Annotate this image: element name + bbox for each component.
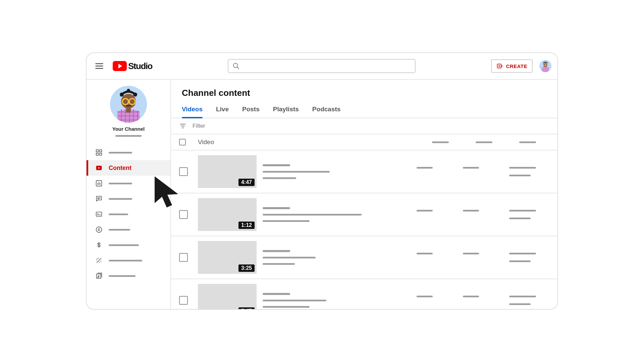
content-tabs: Videos Live Posts Playlists Podcasts: [171, 102, 557, 118]
nav-label-placeholder: [109, 214, 128, 215]
video-desc-placeholder: [263, 300, 326, 301]
tab-videos[interactable]: Videos: [182, 102, 203, 118]
row-checkbox[interactable]: [179, 253, 188, 262]
sidebar-item-earn[interactable]: [87, 237, 170, 253]
video-thumbnail[interactable]: 5:47: [198, 284, 257, 309]
meta-placeholder: [463, 167, 479, 169]
channel-block: Your Channel: [87, 86, 170, 137]
meta-placeholder: [463, 210, 479, 212]
meta-placeholder: [509, 175, 531, 176]
tab-posts[interactable]: Posts: [242, 102, 260, 118]
search-wrap: [159, 59, 485, 73]
audio-library-icon: [95, 272, 103, 280]
svg-rect-20: [100, 153, 102, 155]
video-meta: [263, 293, 411, 308]
row-checkbox[interactable]: [179, 167, 188, 176]
logo-text: Studio: [128, 61, 152, 71]
search-bar[interactable]: [228, 59, 416, 73]
video-desc-placeholder: [263, 171, 330, 173]
avatar-icon: [539, 60, 551, 72]
sidebar-item-subtitles[interactable]: [87, 206, 170, 222]
video-duration: 1:12: [238, 222, 255, 229]
video-row[interactable]: 1:12: [171, 193, 557, 236]
video-duration: 4:47: [238, 179, 255, 186]
select-all-checkbox[interactable]: [179, 139, 186, 145]
video-row[interactable]: 5:47: [171, 279, 557, 309]
meta-placeholder: [509, 167, 536, 169]
column-placeholder: [432, 141, 449, 143]
svg-rect-18: [100, 150, 102, 152]
nav-label-placeholder: [109, 244, 139, 246]
subtitles-icon: [95, 210, 103, 218]
dashboard-icon: [95, 149, 103, 156]
video-meta: [263, 164, 411, 179]
nav-label-placeholder: [109, 260, 142, 261]
video-meta: [263, 250, 411, 265]
video-desc-placeholder: [263, 257, 316, 258]
row-checkbox[interactable]: [179, 296, 188, 305]
column-placeholders: [432, 141, 549, 143]
row-meta-cols: [417, 210, 549, 219]
row-checkbox[interactable]: [179, 210, 188, 219]
video-duration: 3:25: [238, 264, 255, 272]
main-content: Channel content Videos Live Posts Playli…: [171, 80, 557, 309]
meta-placeholder: [509, 210, 536, 212]
column-video[interactable]: Video: [198, 138, 432, 146]
create-icon: [496, 63, 503, 69]
create-button[interactable]: CREATE: [491, 59, 533, 73]
create-label: CREATE: [506, 63, 527, 69]
studio-logo[interactable]: Studio: [113, 61, 152, 71]
sidebar-item-comments[interactable]: [87, 191, 170, 206]
sidebar-item-customization[interactable]: [87, 253, 170, 268]
filter-icon: [179, 122, 186, 130]
meta-placeholder: [509, 218, 531, 219]
video-row[interactable]: 4:47: [171, 150, 557, 193]
row-meta-cols: [417, 167, 549, 176]
svg-rect-19: [96, 153, 98, 155]
search-input[interactable]: [243, 63, 411, 69]
channel-name: Your Channel: [112, 126, 145, 132]
comments-icon: [95, 195, 103, 202]
video-row[interactable]: 3:25: [171, 236, 557, 279]
video-desc-placeholder: [263, 177, 296, 179]
svg-point-12: [127, 89, 130, 92]
video-title-placeholder: [263, 250, 290, 252]
analytics-icon: [95, 180, 103, 187]
meta-placeholder: [417, 296, 433, 297]
body: Your Channel Content: [87, 80, 557, 309]
video-duration: 5:47: [238, 307, 255, 309]
tab-podcasts[interactable]: Podcasts: [312, 102, 340, 118]
meta-placeholder: [463, 253, 479, 254]
sidebar-item-content[interactable]: Content: [87, 160, 170, 176]
sidebar-item-dashboard[interactable]: [87, 145, 170, 160]
sidebar-item-audio-library[interactable]: [87, 268, 170, 284]
nav-label-placeholder: [109, 275, 136, 277]
app-frame: Studio CREATE: [86, 52, 558, 310]
sidebar-item-analytics[interactable]: [87, 176, 170, 191]
nav-label-placeholder: [109, 152, 132, 154]
video-desc-placeholder: [263, 306, 310, 308]
video-title-placeholder: [263, 207, 290, 209]
account-avatar[interactable]: [539, 60, 551, 72]
tab-live[interactable]: Live: [216, 102, 229, 118]
video-title-placeholder: [263, 293, 290, 295]
tab-playlists[interactable]: Playlists: [273, 102, 299, 118]
hamburger-menu-button[interactable]: [93, 59, 106, 73]
channel-avatar[interactable]: [110, 86, 147, 123]
svg-point-10: [120, 93, 124, 97]
filter-row[interactable]: [171, 118, 557, 134]
video-thumbnail[interactable]: 4:47: [198, 155, 257, 188]
svg-rect-23: [96, 212, 102, 217]
column-placeholder: [476, 141, 492, 143]
svg-line-1: [237, 67, 239, 69]
nav-label-placeholder: [109, 198, 132, 200]
svg-rect-7: [542, 67, 549, 72]
video-thumbnail[interactable]: 3:25: [198, 241, 257, 274]
meta-placeholder: [509, 303, 531, 305]
svg-point-11: [133, 93, 137, 97]
content-icon: [95, 164, 103, 172]
row-meta-cols: [417, 296, 549, 305]
filter-input[interactable]: [193, 123, 549, 129]
video-thumbnail[interactable]: 1:12: [198, 198, 257, 231]
sidebar-item-copyright[interactable]: [87, 222, 170, 237]
